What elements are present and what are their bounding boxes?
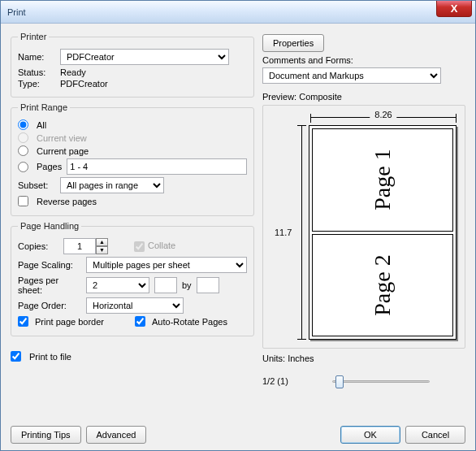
copies-up-button[interactable]: ▲ xyxy=(96,238,108,246)
print-range-group: Print Range All Current view Current pag… xyxy=(11,102,254,216)
range-currentview-label: Current view xyxy=(37,133,87,143)
pps-custom-w[interactable] xyxy=(154,277,177,293)
autorotate-checkbox[interactable] xyxy=(135,316,145,327)
preview-page-1: Page 1 xyxy=(312,128,453,232)
border-checkbox[interactable] xyxy=(18,316,28,327)
close-button[interactable]: X xyxy=(436,1,472,17)
preview-label: Preview: Composite xyxy=(262,92,465,102)
pps-select[interactable]: 2 xyxy=(86,277,149,293)
dim-height: 11.7 xyxy=(270,125,305,340)
type-label: Type: xyxy=(18,79,55,89)
printer-name-select[interactable]: PDFCreator xyxy=(60,49,229,65)
by-label: by xyxy=(182,280,192,290)
autorotate-label: Auto-Rotate Pages xyxy=(152,317,227,327)
reverse-checkbox[interactable] xyxy=(18,196,28,206)
status-label: Status: xyxy=(18,67,55,77)
print-to-file-checkbox[interactable] xyxy=(11,351,21,362)
units-label: Units: Inches xyxy=(262,353,465,363)
close-icon: X xyxy=(451,2,458,15)
zoom-label: 1/2 (1) xyxy=(262,376,327,386)
type-value: PDFCreator xyxy=(60,79,108,89)
border-label: Print page border xyxy=(35,317,104,327)
range-pages-label: Pages xyxy=(37,162,62,171)
print-dialog: Print X Printer Name: PDFCreator Status:… xyxy=(0,0,476,451)
copies-label: Copies: xyxy=(18,241,58,251)
order-label: Page Order: xyxy=(18,301,81,310)
collate-checkbox xyxy=(134,241,145,252)
comments-select[interactable]: Document and Markups xyxy=(262,67,441,84)
range-all-label: All xyxy=(37,120,46,130)
pages-input[interactable] xyxy=(67,158,247,175)
subset-select[interactable]: All pages in range xyxy=(60,177,164,193)
dim-width: 8.26 xyxy=(310,111,457,124)
range-pages-radio[interactable] xyxy=(18,162,28,172)
status-value: Ready xyxy=(60,67,86,77)
print-to-file-label: Print to file xyxy=(29,352,71,362)
range-all-radio[interactable] xyxy=(18,119,28,130)
collate-label: Collate xyxy=(148,241,175,250)
printer-group: Printer Name: PDFCreator Status:Ready Ty… xyxy=(11,32,254,98)
preview-pane: 8.26 11.7 Page 1 Page 2 xyxy=(262,105,465,349)
comments-label: Comments and Forms: xyxy=(262,55,353,65)
pps-label: Pages per sheet: xyxy=(18,275,81,295)
order-select[interactable]: Horizontal xyxy=(86,297,184,314)
ok-button[interactable]: OK xyxy=(340,426,400,444)
preview-page-2: Page 2 xyxy=(312,234,453,337)
printer-legend: Printer xyxy=(18,32,49,41)
cancel-button[interactable]: Cancel xyxy=(405,426,465,444)
pps-custom-h[interactable] xyxy=(197,277,219,293)
zoom-slider[interactable] xyxy=(332,373,430,389)
handling-legend: Page Handling xyxy=(18,221,81,231)
page-handling-group: Page Handling Copies: ▲▼ Collate Page Sc… xyxy=(11,221,254,336)
properties-button[interactable]: Properties xyxy=(262,34,324,52)
range-currentview-radio xyxy=(18,132,28,143)
scaling-label: Page Scaling: xyxy=(18,260,81,270)
reverse-label: Reverse pages xyxy=(37,197,97,206)
copies-down-button[interactable]: ▼ xyxy=(96,246,108,254)
printing-tips-button[interactable]: Printing Tips xyxy=(11,426,81,444)
preview-sheet: Page 1 Page 2 xyxy=(309,125,457,340)
window-title: Print xyxy=(7,7,26,17)
copies-input[interactable] xyxy=(63,238,96,254)
advanced-button[interactable]: Advanced xyxy=(86,426,147,444)
scaling-select[interactable]: Multiple pages per sheet xyxy=(86,257,247,273)
range-currentpage-label: Current page xyxy=(37,146,89,156)
subset-label: Subset: xyxy=(18,180,55,190)
titlebar: Print X xyxy=(1,1,475,24)
range-legend: Print Range xyxy=(18,102,70,112)
name-label: Name: xyxy=(18,52,55,62)
range-currentpage-radio[interactable] xyxy=(18,145,28,156)
